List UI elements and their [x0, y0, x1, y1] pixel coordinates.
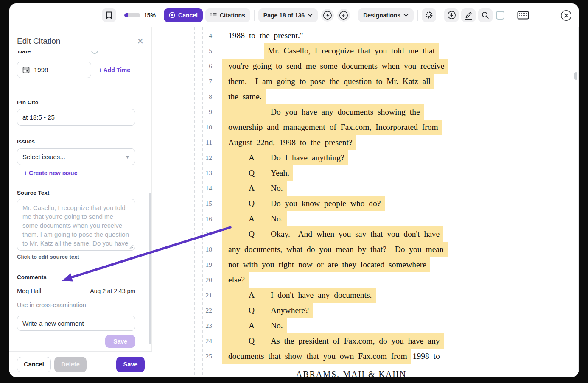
footer-save-button[interactable]: Save — [116, 357, 145, 372]
speaker-letter: Q — [249, 165, 271, 181]
issues-select[interactable]: Select issues... ▼ — [17, 148, 135, 165]
line-content: QOkay. And when you say that you don't h… — [222, 226, 443, 242]
add-time-link[interactable]: + Add Time — [98, 67, 130, 73]
transcript-line: 8the same. — [152, 89, 578, 104]
source-text-label: Source Text — [17, 190, 144, 196]
speaker-letter: A — [249, 181, 271, 196]
line-content: AI don't have any documents. — [222, 288, 376, 303]
date-value: 1998 — [34, 66, 48, 73]
new-comment-input[interactable] — [17, 316, 135, 331]
transcript-line: 21AI don't have any documents. — [152, 288, 578, 303]
page-chevron-icon — [308, 14, 313, 17]
document-scrollbar[interactable] — [574, 72, 577, 80]
highlighted-text[interactable]: else? — [222, 272, 249, 288]
date-label: Date — [18, 51, 31, 55]
source-text-area[interactable]: Mr. Casello, I recognize that you told m… — [17, 199, 135, 251]
highlighter-icon — [465, 11, 472, 19]
transcript-line: 16ANo. — [152, 211, 578, 226]
line-content: ANo. — [222, 181, 287, 196]
highlighted-text[interactable]: ownership and management of Fax.com, Inc… — [222, 120, 442, 135]
comment-text: Use in cross-examination — [17, 302, 144, 308]
citations-button[interactable]: Citations — [205, 8, 250, 22]
page-selector[interactable]: Page 18 of 136 — [258, 8, 318, 22]
line-number: 6 — [152, 59, 212, 74]
edit-citation-panel: Edit Citation ✕ Date 1998 + Add Time Pin… — [9, 27, 152, 351]
line-number: 8 — [152, 89, 212, 104]
line-number: 22 — [152, 303, 212, 318]
footer-cancel-button[interactable]: Cancel — [17, 357, 51, 372]
cancel-circle-icon — [169, 12, 175, 18]
prev-page-button[interactable] — [321, 9, 334, 22]
page-selector-label: Page 18 of 136 — [263, 12, 305, 19]
line-content: ANo. — [222, 211, 287, 226]
transcript-line: 7them. I am going to pose the question t… — [152, 74, 578, 89]
highlighted-text[interactable]: QOkay. And when you say that you don't h… — [222, 226, 443, 242]
highlighted-text[interactable]: August 22nd, 1998 to the present? — [222, 135, 356, 150]
resize-handle-icon[interactable] — [129, 245, 134, 249]
line-content: the same. — [222, 89, 266, 104]
transcript-line: 25documents that show that you own Fax.c… — [152, 349, 578, 364]
highlighted-text[interactable]: them. I am going to pose the question to… — [222, 74, 434, 89]
highlighted-text[interactable]: ANo. — [222, 318, 287, 333]
line-content: ownership and management of Fax.com, Inc… — [222, 120, 442, 135]
transcript-line: 19not with you right now or are they loc… — [152, 257, 578, 272]
line-number: 17 — [152, 226, 212, 242]
bookmark-button[interactable] — [102, 8, 116, 22]
line-content: 1988 to the present." — [222, 28, 303, 43]
line-content: QYeah. — [222, 165, 293, 181]
highlighted-text[interactable]: QAs the president of Fax.com, do you hav… — [222, 333, 444, 349]
designations-dropdown[interactable]: Designations — [358, 8, 414, 22]
cancel-button[interactable]: Cancel — [164, 8, 203, 22]
highlighted-text[interactable]: ADo I have anything? — [222, 150, 348, 165]
date-label-clipped: Date — [17, 51, 144, 56]
speaker-letter: A — [249, 288, 271, 303]
designations-label: Designations — [363, 12, 400, 19]
line-number: 19 — [152, 257, 212, 272]
highlighted-text[interactable]: QAnywhere? — [222, 303, 313, 318]
highlighted-text[interactable]: you're going to send me some documents w… — [222, 59, 448, 74]
line-number: 21 — [152, 288, 212, 303]
highlighted-text[interactable]: Mr. Casello, I recognize that you told m… — [264, 43, 439, 59]
highlighted-text[interactable]: ANo. — [222, 211, 287, 226]
highlighted-text[interactable]: QYeah. — [222, 165, 293, 181]
keyboard-shortcuts-button[interactable] — [516, 8, 530, 22]
highlighted-text[interactable]: AI don't have any documents. — [222, 288, 376, 303]
date-input[interactable]: 1998 — [17, 62, 91, 78]
line-content: not with you right now or are they locat… — [222, 257, 430, 272]
line-text[interactable]: 1988 to the present." — [222, 28, 303, 43]
line-number: 18 — [152, 242, 212, 257]
highlighted-text[interactable]: QDo you know people who do? — [222, 196, 385, 211]
bookmark-icon — [106, 11, 112, 19]
highlighted-text[interactable]: Do you have any documents showing the — [222, 104, 424, 120]
speaker-letter: A — [249, 211, 271, 226]
transcript-line: 5Mr. Casello, I recognize that you told … — [152, 43, 578, 59]
comments-label: Comments — [17, 274, 144, 280]
line-content: QDo you know people who do? — [222, 196, 385, 211]
line-content: else? — [222, 272, 249, 288]
highlighted-text[interactable]: not with you right now or are they locat… — [222, 257, 430, 272]
line-text-tail[interactable]: 1998 to — [411, 349, 440, 364]
highlighted-text[interactable]: any documents, what do you mean by that?… — [222, 242, 448, 257]
gear-icon — [425, 11, 433, 19]
search-button[interactable] — [478, 8, 493, 22]
pin-cite-input[interactable]: at 18:5 - 25 — [17, 109, 135, 126]
download-button[interactable] — [444, 8, 459, 22]
line-number: 23 — [152, 318, 212, 333]
comment-item: Meg Hall Aug 2 at 2:43 pm — [17, 288, 135, 294]
close-button[interactable] — [560, 10, 572, 21]
speaker-letter: A — [249, 318, 271, 333]
comment-save-button[interactable]: Save — [105, 335, 135, 348]
settings-button[interactable] — [422, 8, 436, 22]
panel-close-icon[interactable]: ✕ — [137, 37, 144, 45]
panel-scrollbar[interactable] — [149, 193, 151, 344]
highlighted-text[interactable]: documents that show that you own Fax.com… — [222, 349, 411, 364]
progress-label: 15% — [144, 12, 156, 19]
highlighter-tool-button[interactable] — [461, 8, 476, 22]
highlighted-text[interactable]: the same. — [222, 89, 266, 104]
create-issue-link[interactable]: + Create new issue — [24, 170, 144, 176]
highlighted-text[interactable]: ANo. — [222, 181, 287, 196]
next-page-button[interactable] — [337, 9, 350, 22]
line-number: 13 — [152, 165, 212, 181]
footer-delete-button[interactable]: Delete — [54, 357, 87, 372]
toolbar-checkbox[interactable] — [496, 11, 504, 20]
